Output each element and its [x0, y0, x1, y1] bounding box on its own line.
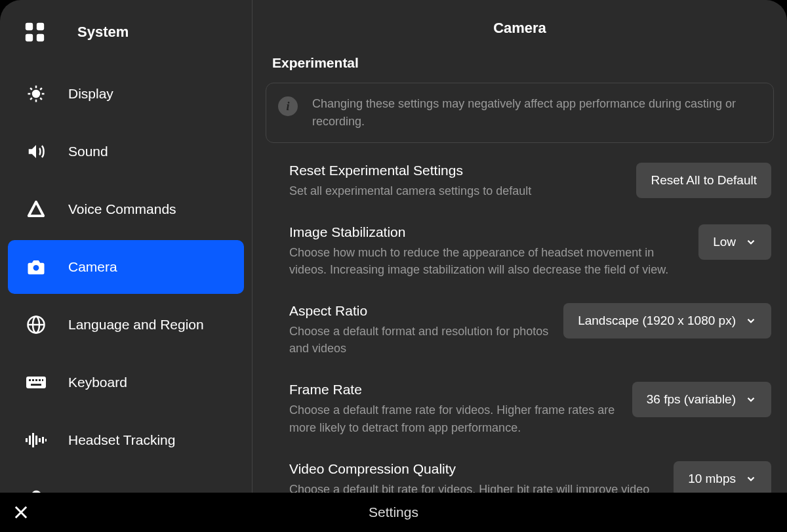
button-label: Reset All to Default: [651, 173, 757, 188]
speaker-icon: [25, 140, 47, 163]
sun-icon: [25, 83, 47, 105]
svg-rect-20: [35, 379, 37, 381]
camera-icon: [25, 256, 47, 278]
svg-rect-17: [26, 377, 46, 388]
sidebar-header: System: [0, 21, 252, 67]
close-icon: [12, 503, 30, 522]
svg-rect-22: [42, 379, 43, 381]
info-icon: i: [278, 96, 298, 116]
sidebar-item-label: Headset Tracking: [68, 432, 175, 448]
setting-frame-rate: Frame Rate Choose a default frame rate f…: [266, 362, 774, 441]
svg-rect-1: [37, 23, 44, 30]
chevron-down-icon: [745, 473, 757, 485]
chevron-down-icon: [745, 236, 757, 248]
sidebar-item-label: Sound: [68, 144, 108, 159]
sidebar-item-language-region[interactable]: Language and Region: [8, 298, 244, 352]
sidebar-item-label: Language and Region: [68, 317, 204, 333]
sidebar-item-camera[interactable]: Camera: [8, 240, 244, 294]
setting-aspect-ratio: Aspect Ratio Choose a default format and…: [266, 283, 774, 362]
triangle-icon: [25, 198, 47, 220]
setting-title: Video Compression Quality: [289, 461, 660, 481]
svg-rect-19: [32, 379, 34, 381]
svg-rect-23: [31, 384, 41, 386]
sidebar-item-label: Display: [68, 86, 113, 102]
grid-icon[interactable]: [24, 21, 46, 43]
chevron-down-icon: [745, 394, 757, 405]
select-value: Landscape (1920 x 1080 px): [578, 314, 736, 328]
sidebar-item-sound[interactable]: Sound: [8, 125, 244, 178]
svg-rect-18: [29, 379, 31, 381]
aspect-ratio-select[interactable]: Landscape (1920 x 1080 px): [563, 303, 771, 338]
select-value: Low: [713, 235, 736, 249]
select-value: 36 fps (variable): [647, 392, 736, 407]
sidebar-item-backup[interactable]: Backup: [8, 471, 244, 493]
sidebar: System Display Sound Voice Commands: [0, 0, 252, 493]
svg-rect-0: [26, 23, 33, 30]
setting-desc: Choose a default frame rate for videos. …: [289, 401, 619, 436]
sidebar-item-voice-commands[interactable]: Voice Commands: [8, 182, 244, 236]
svg-line-9: [30, 88, 32, 90]
svg-rect-26: [32, 433, 34, 447]
close-button[interactable]: [9, 501, 33, 524]
frame-rate-select[interactable]: 36 fps (variable): [632, 382, 771, 417]
sidebar-item-display[interactable]: Display: [8, 67, 244, 121]
svg-rect-29: [42, 437, 44, 443]
svg-rect-28: [39, 438, 41, 442]
sidebar-item-headset-tracking[interactable]: Headset Tracking: [8, 413, 244, 467]
tracking-icon: [25, 429, 47, 451]
svg-line-11: [30, 98, 32, 100]
section-title: Experimental: [252, 50, 787, 83]
setting-title: Reset Experimental Settings: [289, 163, 623, 182]
setting-image-stabilization: Image Stabilization Choose how much to r…: [266, 205, 774, 283]
main-panel: Camera Experimental i Changing these set…: [252, 0, 787, 493]
setting-reset: Reset Experimental Settings Set all expe…: [266, 143, 774, 205]
svg-rect-30: [45, 439, 47, 441]
svg-rect-24: [26, 438, 28, 442]
globe-icon: [25, 314, 47, 336]
setting-video-compression: Video Compression Quality Choose a defau…: [266, 441, 774, 493]
sidebar-item-label: Voice Commands: [68, 201, 176, 217]
svg-line-10: [40, 98, 42, 100]
svg-rect-2: [26, 34, 33, 41]
svg-rect-3: [37, 34, 44, 41]
reset-default-button[interactable]: Reset All to Default: [636, 163, 771, 198]
cloud-icon: [25, 487, 47, 493]
setting-desc: Set all experimental camera settings to …: [289, 182, 623, 199]
chevron-down-icon: [745, 315, 757, 327]
sidebar-item-keyboard[interactable]: Keyboard: [8, 356, 244, 409]
svg-point-13: [33, 265, 39, 271]
svg-point-4: [33, 91, 39, 97]
svg-rect-25: [29, 436, 31, 445]
setting-desc: Choose a default format and resolution f…: [289, 323, 550, 357]
setting-title: Frame Rate: [289, 382, 619, 401]
sidebar-item-label: Camera: [68, 259, 117, 275]
compression-select[interactable]: 10 mbps: [674, 461, 771, 493]
bottom-bar-title: Settings: [369, 504, 418, 520]
setting-desc: Choose how much to reduce the appearance…: [289, 244, 685, 278]
setting-title: Aspect Ratio: [289, 303, 550, 323]
info-text: Changing these settings may negatively a…: [312, 95, 759, 131]
image-stabilization-select[interactable]: Low: [698, 224, 771, 260]
setting-title: Image Stabilization: [289, 224, 685, 244]
svg-line-12: [40, 88, 42, 90]
select-value: 10 mbps: [688, 472, 736, 486]
svg-rect-21: [39, 379, 41, 381]
keyboard-icon: [25, 371, 47, 394]
setting-desc: Choose a default bit rate for videos. Hi…: [289, 481, 660, 493]
sidebar-item-label: Keyboard: [68, 375, 127, 390]
bottom-bar: Settings: [0, 493, 787, 532]
page-title: Camera: [252, 0, 787, 50]
info-banner: i Changing these settings may negatively…: [266, 83, 774, 143]
svg-rect-27: [35, 436, 37, 445]
sidebar-title: System: [77, 24, 129, 41]
